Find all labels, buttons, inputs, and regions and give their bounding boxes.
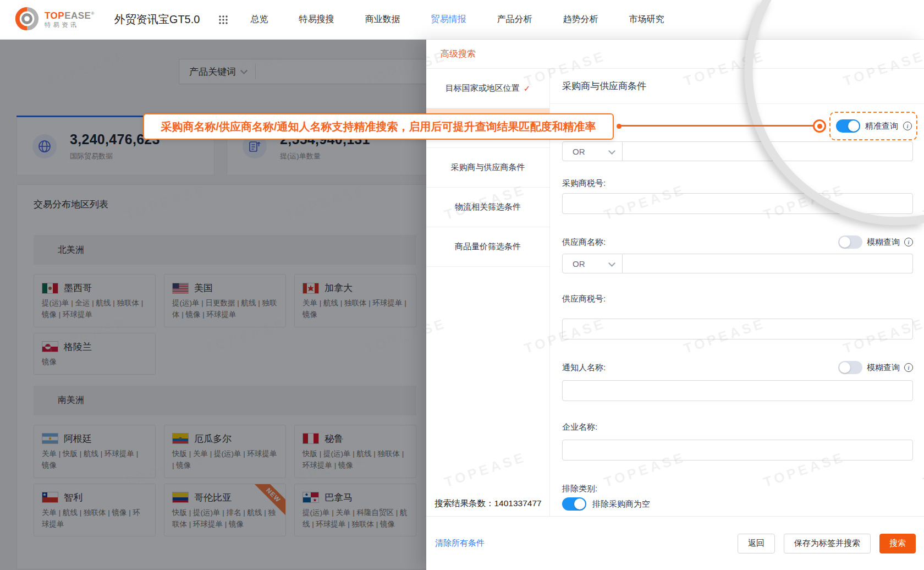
result-count-label: 搜索结果条数： — [435, 498, 494, 508]
drawer-sidebar: 目标国家或地区位置✓采购商与供应商条件物流相关筛选条件商品量价筛选条件 搜索结果… — [426, 69, 550, 516]
drawer-panel: 采购商与供应商条件 采购商名称: 精准查询 i OR 采购商税号: 供应商名称:… — [550, 69, 924, 516]
notifier-name-row: 通知人名称: 模糊查询 i — [562, 361, 913, 374]
logo: TOPEASE® 特易资讯 — [14, 6, 95, 34]
fuzzy-query-label: 模糊查询 — [867, 237, 900, 248]
info-icon[interactable]: i — [904, 238, 913, 246]
nav-item-5[interactable]: 趋势分析 — [563, 14, 598, 25]
drawer-title: 高级搜索 — [441, 48, 476, 60]
company-name-label: 企业名称: — [562, 422, 597, 432]
supplier-or-select[interactable]: OR — [562, 254, 623, 273]
sidebar-item-0[interactable]: 目标国家或地区位置✓ — [426, 69, 549, 108]
precise-query-toggle[interactable] — [836, 119, 860, 133]
supplier-tax-label: 供应商税号: — [562, 294, 606, 304]
drawer-header: 高级搜索 — [426, 40, 924, 69]
back-button[interactable]: 返回 — [738, 534, 775, 553]
precise-query-label: 精准查询 — [865, 121, 898, 131]
clear-all-link[interactable]: 清除所有条件 — [435, 538, 485, 549]
notifier-name-input[interactable] — [562, 380, 913, 401]
logo-icon — [14, 6, 40, 34]
exclude-buyer-empty-row: 排除采购商为空 — [562, 497, 650, 511]
chevron-down-icon — [608, 147, 615, 155]
buyer-tax-label: 采购商税号: — [562, 178, 606, 189]
supplier-name-or-row: OR — [562, 254, 913, 273]
logo-wordmark: TOPEASE® 特易资讯 — [45, 11, 95, 29]
sidebar-item-label: 商品量价筛选条件 — [455, 242, 521, 252]
notifier-fuzzy-toggle[interactable] — [838, 361, 862, 374]
sidebar-item-label: 目标国家或地区位置 — [446, 83, 520, 94]
advanced-search-drawer: 高级搜索 目标国家或地区位置✓采购商与供应商条件物流相关筛选条件商品量价筛选条件… — [426, 40, 924, 570]
search-button[interactable]: 搜索 — [879, 534, 916, 553]
divider — [550, 103, 924, 104]
buyer-name-label: 采购商名称: — [562, 119, 606, 130]
nav-item-3[interactable]: 贸易情报 — [431, 14, 466, 25]
sidebar-item-label: 采购商与供应商条件 — [451, 162, 525, 173]
product-name: 外贸资讯宝GT5.0 — [114, 12, 200, 27]
company-name-input[interactable] — [562, 440, 913, 461]
panel-title: 采购商与供应商条件 — [562, 80, 646, 92]
sidebar-item-label: 物流相关筛选条件 — [455, 202, 521, 212]
sidebar-item-4[interactable]: 商品量价筛选条件 — [426, 227, 549, 267]
nav-item-0[interactable]: 总览 — [250, 14, 268, 25]
supplier-name-label: 供应商名称: — [562, 237, 606, 248]
buyer-or-select[interactable]: OR — [562, 141, 623, 161]
check-icon: ✓ — [524, 84, 531, 94]
exclude-buyer-empty-label: 排除采购商为空 — [592, 499, 650, 509]
sidebar-item-3[interactable]: 物流相关筛选条件 — [426, 188, 549, 227]
main-nav: 总览特易搜搜商业数据贸易情报产品分析趋势分析市场研究 — [250, 14, 664, 25]
nav-item-1[interactable]: 特易搜搜 — [299, 14, 334, 25]
precise-query-highlight-box: 精准查询 i — [829, 112, 917, 140]
sidebar-item-2[interactable]: 采购商与供应商条件 — [426, 148, 549, 188]
supplier-tax-input[interactable] — [562, 319, 913, 339]
exclude-buyer-empty-toggle[interactable] — [562, 497, 586, 511]
result-count-value: 1401337477 — [494, 498, 542, 508]
app-grid-icon[interactable] — [218, 15, 228, 25]
buyer-name-or-row: OR — [562, 141, 913, 161]
app-root: TOPEASE® 特易资讯 外贸资讯宝GT5.0 总览特易搜搜商业数据贸易情报产… — [0, 0, 924, 570]
save-as-tag-button[interactable]: 保存为标签并搜索 — [784, 534, 871, 553]
navbar: TOPEASE® 特易资讯 外贸资讯宝GT5.0 总览特易搜搜商业数据贸易情报产… — [0, 0, 924, 40]
fuzzy-query-label: 模糊查询 — [867, 363, 900, 373]
buyer-tax-input[interactable] — [562, 193, 913, 214]
supplier-name-row: 供应商名称: 模糊查询 i — [562, 235, 913, 249]
supplier-name-input[interactable] — [623, 254, 913, 273]
result-count: 搜索结果条数：1401337477 — [435, 498, 542, 509]
sidebar-item-1[interactable] — [426, 108, 549, 148]
nav-item-4[interactable]: 产品分析 — [497, 14, 532, 25]
notifier-name-label: 通知人名称: — [562, 363, 606, 373]
exclude-category-label: 排除类别: — [562, 484, 597, 494]
nav-item-6[interactable]: 市场研究 — [629, 14, 664, 25]
chevron-down-icon — [608, 260, 615, 267]
buyer-name-input[interactable] — [623, 141, 913, 161]
info-icon[interactable]: i — [903, 122, 912, 130]
drawer-footer: 清除所有条件 返回 保存为标签并搜索 搜索 — [426, 516, 924, 570]
info-icon[interactable]: i — [904, 363, 913, 372]
supplier-fuzzy-toggle[interactable] — [838, 235, 862, 249]
nav-item-2[interactable]: 商业数据 — [365, 14, 400, 25]
